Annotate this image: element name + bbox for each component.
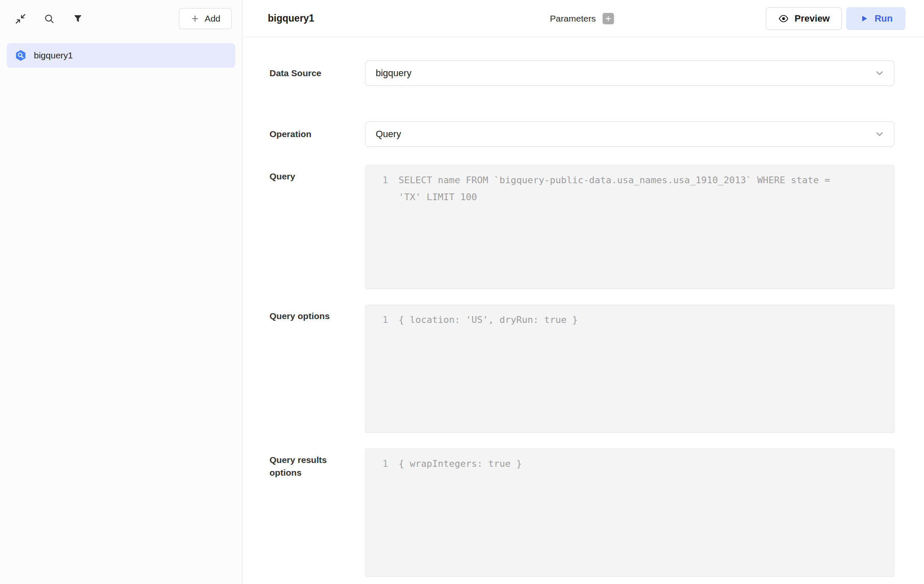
line-number: 1 xyxy=(382,311,399,328)
data-source-label: Data Source xyxy=(270,67,365,80)
run-button[interactable]: Run xyxy=(846,7,905,30)
data-source-value: bigquery xyxy=(376,68,411,79)
filter-button[interactable] xyxy=(70,11,85,26)
search-button[interactable] xyxy=(41,11,57,26)
eye-icon xyxy=(778,13,789,24)
sidebar: Add bigquery1 xyxy=(0,0,242,584)
add-button-label: Add xyxy=(205,14,220,24)
field-row-operation: Operation Query xyxy=(270,121,894,147)
play-icon xyxy=(859,14,869,24)
sidebar-item-label: bigquery1 xyxy=(34,50,73,61)
collapse-icon xyxy=(15,13,26,25)
line-number: 1 xyxy=(382,455,399,472)
operation-select[interactable]: Query xyxy=(365,121,894,147)
field-row-data-source: Data Source bigquery xyxy=(270,61,894,86)
query-results-options-label: Query results options xyxy=(270,449,365,479)
query-options-label: Query options xyxy=(270,305,365,322)
parameters-group: Parameters xyxy=(550,13,614,24)
plus-icon xyxy=(190,14,200,23)
query-results-options-code-editor[interactable]: 1 { wrapIntegers: true } xyxy=(365,449,894,577)
search-icon xyxy=(44,13,55,25)
add-query-button[interactable]: Add xyxy=(179,8,232,29)
plus-icon xyxy=(604,14,612,22)
preview-button-label: Preview xyxy=(795,13,830,24)
query-title: bigquery1 xyxy=(268,13,314,24)
query-code-editor[interactable]: 1 SELECT name FROM `bigquery-public-data… xyxy=(365,165,894,289)
operation-value: Query xyxy=(376,129,401,140)
data-source-select[interactable]: bigquery xyxy=(365,61,894,86)
bigquery-icon xyxy=(14,49,27,62)
preview-button[interactable]: Preview xyxy=(766,7,842,30)
run-button-label: Run xyxy=(874,13,893,24)
operation-label: Operation xyxy=(270,128,365,140)
query-form: Data Source bigquery Operation Query xyxy=(242,37,924,584)
query-placeholder-text: SELECT name FROM `bigquery-public-data.u… xyxy=(399,172,839,206)
add-parameter-button[interactable] xyxy=(602,13,614,24)
header-actions: Preview Run xyxy=(766,7,905,30)
sidebar-item-bigquery1[interactable]: bigquery1 xyxy=(7,43,235,68)
main-panel: bigquery1 Parameters Preview xyxy=(242,0,924,584)
query-list: bigquery1 xyxy=(0,37,242,74)
filter-icon xyxy=(73,14,83,24)
query-options-placeholder-text: { location: 'US', dryRun: true } xyxy=(399,311,578,328)
query-label: Query xyxy=(270,165,365,183)
sidebar-header: Add xyxy=(0,0,242,37)
field-row-query-options: Query options 1 { location: 'US', dryRun… xyxy=(270,305,894,433)
query-results-options-placeholder-text: { wrapIntegers: true } xyxy=(399,455,522,472)
parameters-label: Parameters xyxy=(550,14,596,24)
field-row-query-results-options: Query results options 1 { wrapIntegers: … xyxy=(270,449,894,577)
main-header: bigquery1 Parameters Preview xyxy=(242,0,924,37)
query-options-code-editor[interactable]: 1 { location: 'US', dryRun: true } xyxy=(365,305,894,433)
field-row-query: Query 1 SELECT name FROM `bigquery-publi… xyxy=(270,165,894,289)
collapse-button[interactable] xyxy=(13,11,28,26)
chevron-down-icon xyxy=(874,67,886,79)
chevron-down-icon xyxy=(874,128,886,140)
line-number: 1 xyxy=(382,172,399,189)
